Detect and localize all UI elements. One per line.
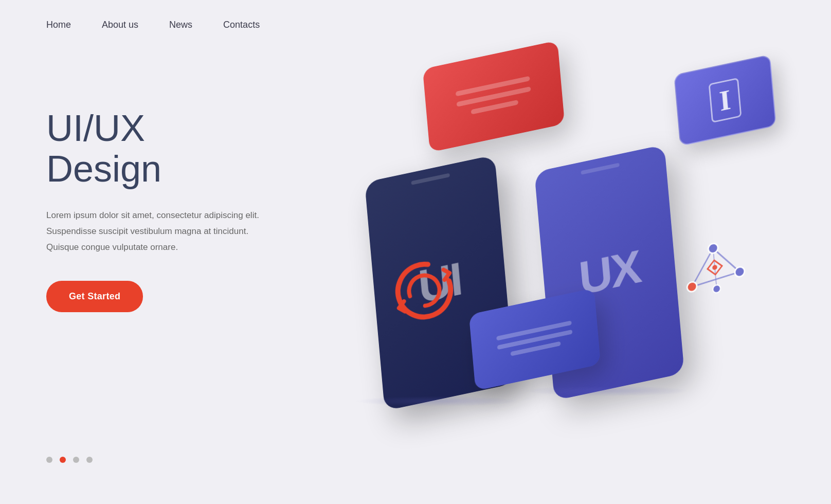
nav-news[interactable]: News	[169, 20, 192, 30]
design-card	[658, 213, 772, 321]
svg-point-11	[712, 264, 717, 270]
hero-title: UI/UX Design	[46, 108, 293, 189]
cta-button[interactable]: Get Started	[46, 281, 143, 312]
hero-content: UI/UX Design Lorem ipsum dolor sit amet,…	[46, 108, 293, 312]
pagination-dots	[46, 457, 93, 463]
nav-home[interactable]: Home	[46, 20, 71, 30]
dot-2[interactable]	[60, 457, 66, 463]
nav-about[interactable]: About us	[102, 20, 138, 30]
shadow-ux	[525, 386, 689, 397]
sync-icon	[391, 257, 457, 325]
dot-3[interactable]	[73, 457, 79, 463]
type-card: I	[674, 55, 776, 147]
svg-point-0	[391, 257, 457, 325]
svg-point-7	[687, 281, 697, 292]
svg-point-1	[405, 271, 444, 311]
hero-description: Lorem ipsum dolor sit amet, consectetur …	[46, 208, 293, 255]
type-card-inner: I	[709, 78, 742, 123]
nav-contacts[interactable]: Contacts	[223, 20, 260, 30]
svg-point-9	[713, 284, 721, 294]
shadow-ui	[355, 396, 519, 407]
isometric-scene: I UI UX	[309, 0, 823, 504]
dot-4[interactable]	[86, 457, 93, 463]
type-card-letter: I	[718, 85, 732, 116]
dot-1[interactable]	[46, 457, 52, 463]
tablet-red	[423, 41, 565, 153]
